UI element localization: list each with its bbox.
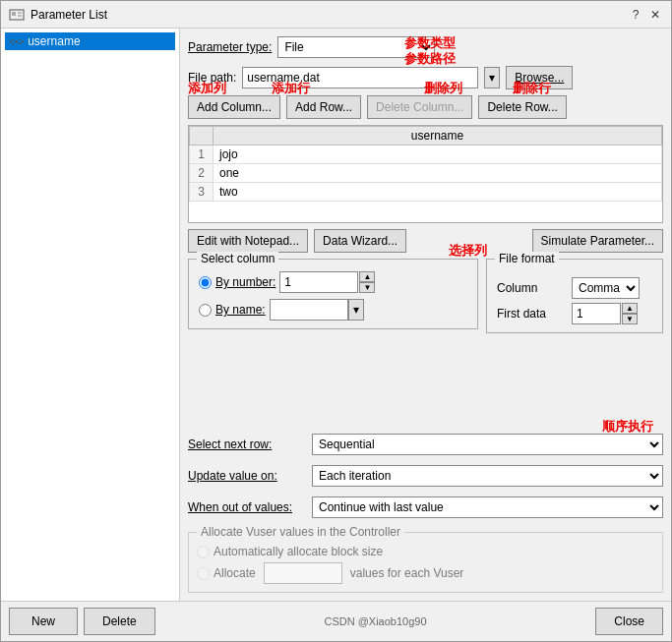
annotation-del-row: 删除行 <box>513 80 551 97</box>
watermark: CSDN @Xiaob10g90 <box>324 615 426 627</box>
first-data-up-btn[interactable]: ▲ <box>622 303 638 314</box>
auto-allocate-row: Automatically allocate block size <box>197 545 654 558</box>
allocate-label: Allocate <box>214 566 256 580</box>
by-name-input[interactable] <box>270 299 348 321</box>
tree-icon: <•> <box>9 36 24 47</box>
auto-allocate-label: Automatically allocate block size <box>214 545 383 558</box>
when-out-row: When out of values: Continue with last v… <box>188 496 663 518</box>
title-bar-left: Parameter List <box>9 7 107 23</box>
new-button[interactable]: New <box>9 608 78 635</box>
allocate-input <box>264 562 342 584</box>
select-column-box: Select column 选择列 By number: 1 ▲ ▼ <box>188 259 478 329</box>
svg-rect-1 <box>12 12 16 16</box>
simulate-button[interactable]: Simulate Parameter... <box>532 229 663 253</box>
annotation-sequential: 顺序执行 <box>602 418 653 436</box>
by-name-row: By name: ▾ <box>199 299 467 321</box>
allocate-section-title: Allocate Vuser values in the Controller <box>197 525 404 539</box>
row-num-2: 2 <box>190 164 214 183</box>
first-data-row: First data 1 ▲ ▼ <box>497 303 652 324</box>
table-container: username 1 jojo 2 one 3 <box>188 125 663 223</box>
allocate-radio <box>197 567 210 580</box>
file-path-dropdown-arrow[interactable]: ▾ <box>484 67 500 88</box>
next-row-select[interactable]: Sequential Random Unique <box>312 434 663 455</box>
annotation-add-col: 添加列 <box>188 80 226 97</box>
left-panel: <•> username <box>1 29 180 601</box>
auto-allocate-radio <box>197 546 210 558</box>
cell-3-username[interactable]: two <box>214 183 662 202</box>
right-panel: Parameter type: File 参数类型 File path: use… <box>180 29 671 601</box>
update-value-label: Update value on: <box>188 469 306 483</box>
edit-buttons-row: Edit with Notepad... Data Wizard... Simu… <box>188 229 663 253</box>
help-button[interactable]: ? <box>628 7 643 23</box>
table-row: 1 jojo <box>190 146 662 164</box>
add-row-button[interactable]: Add Row... <box>286 95 361 119</box>
next-row-row: Select next row: Sequential Random Uniqu… <box>188 434 663 455</box>
column-format-row: Column Comma Tab Space <box>497 277 652 299</box>
column-format-row: Select column 选择列 By number: 1 ▲ ▼ <box>188 259 663 333</box>
by-number-label: By number: <box>215 275 275 289</box>
edit-notepad-button[interactable]: Edit with Notepad... <box>188 229 308 253</box>
annotation-del-col: 删除列 <box>424 80 462 97</box>
table-col-num <box>190 127 214 146</box>
number-down-btn[interactable]: ▼ <box>359 282 375 293</box>
file-format-box: File format Column Comma Tab Space Firs <box>486 259 663 333</box>
by-number-radio[interactable] <box>199 276 212 289</box>
data-wizard-button[interactable]: Data Wizard... <box>314 229 406 253</box>
spacer <box>188 339 663 428</box>
by-name-label: By name: <box>215 303 266 317</box>
close-dialog-button[interactable]: Close <box>595 608 663 635</box>
delete-button[interactable]: Delete <box>84 608 155 635</box>
values-label: values for each Vuser <box>350 566 464 580</box>
annotation-add-row: 添加行 <box>272 80 310 97</box>
by-number-row: By number: 1 ▲ ▼ <box>199 271 467 293</box>
column-dropdown: Comma Tab Space <box>572 277 640 299</box>
first-data-spinner: 1 ▲ ▼ <box>572 303 638 324</box>
annotation-select-col: 选择列 <box>449 242 487 260</box>
column-label: Column <box>497 281 566 295</box>
number-up-btn[interactable]: ▲ <box>359 271 375 282</box>
cell-2-username[interactable]: one <box>214 164 662 183</box>
allocate-section: Allocate Vuser values in the Controller … <box>188 532 663 593</box>
next-row-label: Select next row: <box>188 438 306 451</box>
delete-column-button[interactable]: Delete Column... <box>367 95 472 119</box>
select-column-title: Select column <box>197 252 278 265</box>
when-out-label: When out of values: <box>188 500 306 514</box>
param-tree-item[interactable]: <•> username <box>5 32 175 50</box>
first-data-down-btn[interactable]: ▼ <box>622 314 638 324</box>
file-format-title: File format <box>495 252 559 265</box>
column-select[interactable]: Comma Tab Space <box>572 277 640 299</box>
first-data-label: First data <box>497 307 566 321</box>
param-type-label: Parameter type: <box>188 40 272 54</box>
annotation-param-path: 参数路径 <box>404 50 456 68</box>
number-spinner: 1 ▲ ▼ <box>279 271 375 293</box>
table-row: 2 one <box>190 164 662 183</box>
param-item-label: username <box>28 34 80 48</box>
by-name-arrow[interactable]: ▾ <box>348 299 364 321</box>
window-icon <box>9 7 25 23</box>
toolbar-row: Add Column... Add Row... Delete Column..… <box>188 95 663 119</box>
close-button[interactable]: ✕ <box>647 7 663 23</box>
main-window: Parameter List ? ✕ <•> username Paramete… <box>0 0 672 642</box>
table-col-username: username <box>214 127 662 146</box>
update-value-select[interactable]: Each iteration Each occurrence Once <box>312 465 663 487</box>
row-num-1: 1 <box>190 146 214 164</box>
by-name-radio[interactable] <box>199 304 212 317</box>
add-column-button[interactable]: Add Column... <box>188 95 280 119</box>
by-number-input[interactable]: 1 <box>279 271 358 293</box>
allocate-row: Allocate values for each Vuser <box>197 562 654 584</box>
bottom-bar: New Delete CSDN @Xiaob10g90 Close <box>1 601 671 641</box>
update-value-row: Update value on: Each iteration Each occ… <box>188 465 663 487</box>
window-title: Parameter List <box>31 8 107 22</box>
cell-1-username[interactable]: jojo <box>214 146 662 164</box>
table-row: 3 two <box>190 183 662 202</box>
bottom-bar-left: New Delete <box>9 608 155 635</box>
delete-row-button[interactable]: Delete Row... <box>478 95 566 119</box>
when-out-select[interactable]: Continue with last value Cycle values Ab… <box>312 496 663 518</box>
data-table: username 1 jojo 2 one 3 <box>189 126 662 202</box>
first-data-input[interactable]: 1 <box>572 303 621 324</box>
title-bar: Parameter List ? ✕ <box>1 1 671 29</box>
by-name-combo: ▾ <box>270 299 364 321</box>
main-content: <•> username Parameter type: File 参数类型 F… <box>1 29 671 601</box>
title-buttons: ? ✕ <box>628 7 663 23</box>
row-num-3: 3 <box>190 183 214 202</box>
